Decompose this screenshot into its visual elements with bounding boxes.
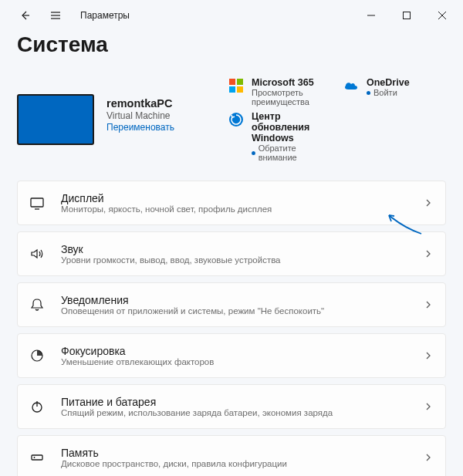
tile-sub: Просмотреть преимущества <box>252 88 331 106</box>
item-sub: Дисковое пространство, диски, правила ко… <box>61 459 408 468</box>
sound-icon <box>29 245 46 262</box>
list-item-display[interactable]: Дисплей Мониторы, яркость, ночной свет, … <box>17 181 446 225</box>
page-header: Система <box>0 31 463 65</box>
svg-rect-5 <box>404 12 411 19</box>
pc-info-block: remontkaPC Virtual Machine Переименовать <box>17 74 218 162</box>
rename-link[interactable]: Переименовать <box>106 122 174 133</box>
item-sub: Уменьшение отвлекающих факторов <box>61 357 408 366</box>
item-sub: Уровни громкости, вывод, ввод, звуковые … <box>61 255 408 265</box>
item-title: Питание и батарея <box>61 396 408 408</box>
item-sub: Спящий режим, использование заряда батар… <box>61 408 408 417</box>
list-item-notifications[interactable]: Уведомления Оповещения от приложений и с… <box>17 282 446 327</box>
storage-icon <box>29 449 46 466</box>
svg-rect-14 <box>32 455 42 460</box>
window-title: Параметры <box>80 10 130 21</box>
svg-point-15 <box>34 457 35 458</box>
list-item-power[interactable]: Питание и батарея Спящий режим, использо… <box>17 384 446 429</box>
chevron-right-icon <box>424 249 433 258</box>
svg-rect-9 <box>31 198 43 207</box>
display-icon <box>29 194 46 211</box>
item-sub: Оповещения от приложений и системы, режи… <box>61 306 408 316</box>
ms365-icon <box>228 78 244 93</box>
arrow-left-icon <box>19 9 31 22</box>
hamburger-icon <box>49 9 62 22</box>
minimize-icon <box>367 12 375 19</box>
chevron-right-icon <box>424 453 433 462</box>
settings-list: Дисплей Мониторы, яркость, ночной свет, … <box>0 176 463 476</box>
item-title: Память <box>61 447 408 459</box>
chevron-right-icon <box>424 300 433 309</box>
menu-button[interactable] <box>43 3 68 28</box>
maximize-button[interactable] <box>389 3 424 28</box>
power-icon <box>29 398 46 415</box>
pc-thumbnail[interactable] <box>17 94 94 145</box>
minimize-button[interactable] <box>353 3 389 28</box>
close-icon <box>438 12 446 19</box>
item-title: Фокусировка <box>61 345 408 357</box>
focus-icon <box>29 347 46 364</box>
titlebar-left: Параметры <box>3 3 130 28</box>
titlebar: Параметры <box>0 0 463 31</box>
list-item-sound[interactable]: Звук Уровни громкости, вывод, ввод, звук… <box>17 231 446 276</box>
page-title: Система <box>17 32 446 57</box>
onedrive-icon <box>343 78 359 93</box>
item-title: Дисплей <box>61 192 408 204</box>
tile-status: Войти <box>367 88 410 97</box>
tile-title: Microsoft 365 <box>252 77 331 88</box>
maximize-icon <box>403 12 411 19</box>
tile-title: Центр обновления Windows <box>252 111 331 143</box>
windows-update-icon <box>228 112 244 127</box>
tile-ms365[interactable]: Microsoft 365 Просмотреть преимущества <box>228 77 331 106</box>
pc-info: remontkaPC Virtual Machine Переименовать <box>106 74 174 133</box>
bell-icon <box>29 296 46 313</box>
hero-section: remontkaPC Virtual Machine Переименовать… <box>0 65 463 176</box>
item-title: Звук <box>61 243 408 255</box>
chevron-right-icon <box>424 402 433 411</box>
item-sub: Мониторы, яркость, ночной свет, профиль … <box>61 204 408 214</box>
back-button[interactable] <box>12 3 37 28</box>
chevron-right-icon <box>424 351 433 360</box>
close-button[interactable] <box>424 3 460 28</box>
pc-name: remontkaPC <box>106 97 174 110</box>
hero-tiles: Microsoft 365 Просмотреть преимущества O… <box>228 74 446 162</box>
tile-onedrive[interactable]: OneDrive Войти <box>343 77 446 106</box>
list-item-focus[interactable]: Фокусировка Уменьшение отвлекающих факто… <box>17 333 446 378</box>
tile-windows-update[interactable]: Центр обновления Windows Обратите вниман… <box>228 111 331 162</box>
list-item-storage[interactable]: Память Дисковое пространство, диски, пра… <box>17 435 446 476</box>
chevron-right-icon <box>424 198 433 208</box>
tile-status: Обратите внимание <box>252 143 331 162</box>
item-title: Уведомления <box>61 294 408 306</box>
window-controls <box>353 3 460 28</box>
tile-title: OneDrive <box>367 77 410 88</box>
pc-type: Virtual Machine <box>106 110 174 121</box>
